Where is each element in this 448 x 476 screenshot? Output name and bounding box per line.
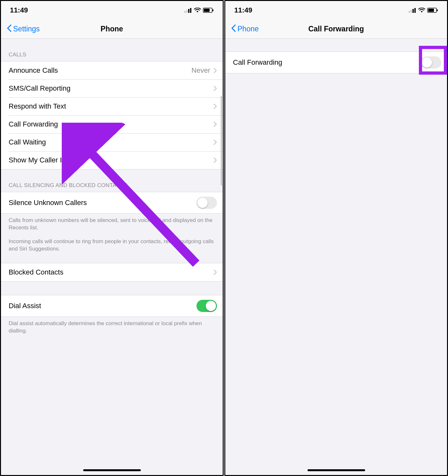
scroll-indicator[interactable]	[221, 96, 222, 185]
call-forwarding-group: Call Forwarding	[225, 52, 447, 73]
silencing-group: Silence Unknown Callers	[1, 192, 223, 214]
cellular-icon	[409, 8, 416, 13]
chevron-right-icon	[213, 139, 217, 145]
svg-rect-9	[411, 10, 412, 13]
settings-content: CALLS Announce Calls Never SMS/Call Repo…	[1, 39, 223, 339]
cell-label: SMS/Call Reporting	[9, 84, 213, 93]
chevron-right-icon	[213, 157, 217, 163]
status-bar: 11:49	[1, 1, 223, 20]
svg-rect-5	[204, 9, 210, 12]
wifi-icon	[418, 8, 425, 13]
section-header-calls: CALLS	[1, 39, 223, 61]
cell-respond-with-text[interactable]: Respond with Text	[1, 97, 223, 115]
dial-assist-group: Dial Assist	[1, 295, 223, 317]
chevron-right-icon	[213, 103, 217, 109]
svg-rect-2	[188, 9, 189, 13]
status-indicators	[409, 8, 438, 13]
chevron-right-icon	[213, 269, 217, 275]
nav-bar: Phone Call Forwarding	[225, 20, 447, 39]
silence-footer-2: Incoming calls will continue to ring fro…	[1, 236, 223, 257]
cell-call-forwarding-toggle[interactable]: Call Forwarding	[225, 52, 447, 73]
chevron-left-icon	[231, 24, 237, 34]
status-bar: 11:49	[225, 1, 447, 20]
chevron-right-icon	[213, 121, 217, 127]
cell-label: Blocked Contacts	[9, 268, 213, 276]
toggle-dial-assist[interactable]	[196, 300, 217, 312]
silence-footer-1: Calls from unknown numbers will be silen…	[1, 214, 223, 236]
cell-dial-assist[interactable]: Dial Assist	[1, 295, 223, 316]
cell-label: Silence Unknown Callers	[9, 199, 196, 207]
cell-label: Announce Calls	[9, 66, 191, 75]
svg-rect-6	[212, 9, 213, 11]
back-label: Phone	[237, 25, 259, 33]
cell-label: Call Forwarding	[233, 58, 421, 67]
wifi-icon	[194, 8, 201, 13]
phone-screen-left: 11:49 Settings Phone CALLS Announce Cal	[0, 0, 224, 476]
cell-label: Dial Assist	[9, 302, 196, 310]
home-indicator[interactable]	[83, 469, 141, 471]
svg-rect-0	[184, 11, 186, 13]
svg-rect-3	[190, 8, 191, 13]
back-button[interactable]: Settings	[7, 24, 40, 34]
cell-silence-unknown-callers[interactable]: Silence Unknown Callers	[1, 192, 223, 213]
chevron-left-icon	[7, 24, 13, 34]
back-label: Settings	[13, 25, 40, 33]
cell-label: Call Waiting	[9, 138, 213, 146]
blocked-group: Blocked Contacts	[1, 263, 223, 282]
svg-rect-10	[412, 9, 414, 13]
cellular-icon	[184, 8, 192, 13]
cell-value: Never	[191, 66, 210, 75]
cell-call-forwarding[interactable]: Call Forwarding	[1, 115, 223, 133]
cell-label: Respond with Text	[9, 102, 213, 111]
cell-label: Call Forwarding	[9, 120, 213, 128]
chevron-right-icon	[213, 68, 217, 73]
back-button[interactable]: Phone	[231, 24, 259, 34]
home-indicator[interactable]	[308, 469, 365, 471]
status-indicators	[184, 8, 214, 13]
calls-group: Announce Calls Never SMS/Call Reporting …	[1, 61, 223, 169]
status-time: 11:49	[10, 6, 28, 14]
cell-announce-calls[interactable]: Announce Calls Never	[1, 62, 223, 79]
svg-rect-13	[428, 9, 434, 12]
settings-content: Call Forwarding	[225, 52, 447, 73]
cell-label: Show My Caller ID	[9, 156, 213, 164]
dial-assist-footer: Dial assist automatically determines the…	[1, 317, 223, 339]
cell-call-waiting[interactable]: Call Waiting	[1, 133, 223, 151]
nav-bar: Settings Phone	[1, 20, 223, 39]
cell-sms-call-reporting[interactable]: SMS/Call Reporting	[1, 79, 223, 97]
phone-screen-right: 11:49 Phone Call Forwarding Call Forward…	[224, 0, 448, 476]
chevron-right-icon	[213, 86, 217, 91]
svg-rect-8	[409, 11, 410, 13]
svg-rect-11	[414, 8, 416, 13]
toggle-call-forwarding[interactable]	[421, 56, 441, 69]
battery-icon	[427, 8, 438, 13]
battery-icon	[203, 8, 214, 13]
cell-blocked-contacts[interactable]: Blocked Contacts	[1, 263, 223, 281]
cell-show-my-caller-id[interactable]: Show My Caller ID	[1, 151, 223, 169]
status-time: 11:49	[234, 6, 252, 14]
svg-rect-14	[437, 9, 438, 11]
svg-rect-1	[186, 10, 188, 13]
toggle-silence-unknown[interactable]	[196, 197, 217, 209]
section-header-silencing: CALL SILENCING AND BLOCKED CONTACTS	[1, 169, 223, 192]
